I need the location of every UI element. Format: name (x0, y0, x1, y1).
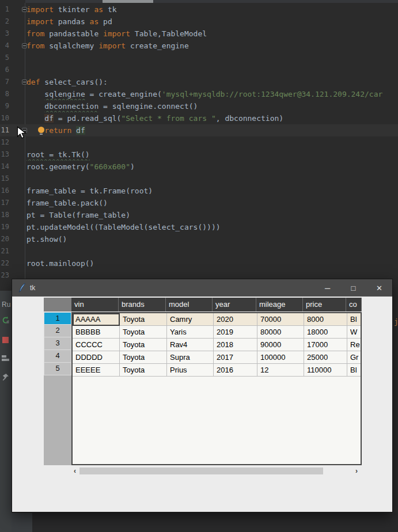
row-header-3[interactable]: 3 (44, 337, 71, 350)
line-number[interactable]: 8 (0, 88, 9, 100)
line-number[interactable]: 2 (0, 16, 9, 28)
code-line-3[interactable]: 3from pandastable import Table,TableMode… (0, 28, 398, 40)
pin-icon[interactable] (2, 373, 9, 383)
table-cell[interactable]: 25000 (304, 351, 347, 364)
code-line-6[interactable]: 6 (0, 64, 398, 76)
line-number[interactable]: 13 (0, 149, 9, 161)
table-cell[interactable]: 100000 (257, 351, 304, 364)
line-number[interactable]: 10 (0, 112, 9, 124)
code-line-21[interactable]: 21 (0, 245, 398, 257)
line-number[interactable]: 7 (0, 76, 9, 88)
line-number[interactable]: 12 (0, 136, 9, 149)
line-number[interactable]: 1 (0, 3, 9, 16)
table-cell[interactable]: Gr (347, 351, 362, 364)
table-cell[interactable]: 110000 (304, 364, 347, 377)
line-number[interactable]: 21 (0, 245, 9, 257)
table-cell[interactable]: 90000 (257, 339, 304, 351)
line-number[interactable]: 14 (0, 161, 9, 173)
column-header-vin[interactable]: vin (71, 298, 119, 311)
column-header-mileage[interactable]: mileage (256, 298, 303, 311)
table-corner-cell[interactable] (44, 298, 71, 311)
code-line-5[interactable]: 5 (0, 52, 398, 64)
code-line-20[interactable]: 20pt.show() (0, 233, 398, 245)
code-line-7[interactable]: 7def select_cars(): (0, 76, 398, 88)
table-cell[interactable]: 8000 (304, 313, 347, 326)
code-line-9[interactable]: 9 dbconnection = sqlengine.connect() (0, 100, 398, 112)
table-cell[interactable]: Camry (167, 313, 214, 326)
line-number[interactable]: 11 (0, 124, 9, 136)
code-line-16[interactable]: 16frame_table = tk.Frame(root) (0, 185, 398, 197)
code-line-17[interactable]: 17frame_table.pack() (0, 197, 398, 209)
table-cell[interactable]: Re (347, 339, 362, 351)
intention-bulb-icon[interactable] (38, 127, 44, 133)
line-number[interactable]: 17 (0, 197, 9, 209)
table-cell[interactable]: 2020 (214, 313, 257, 326)
minimize-button[interactable]: ─ (314, 279, 340, 297)
row-header-2[interactable]: 2 (44, 325, 71, 337)
table-cell[interactable]: BBBBB (73, 326, 120, 339)
table-cell[interactable]: CCCCC (73, 339, 120, 351)
editor-scrollbar-thumb[interactable] (103, 0, 153, 3)
code-line-14[interactable]: 14root.geometry("660x600") (0, 161, 398, 173)
line-number[interactable]: 3 (0, 28, 9, 40)
editor-horizontal-scrollbar[interactable] (25, 0, 398, 3)
column-header-co[interactable]: co (346, 298, 362, 311)
scroll-left-arrow-icon[interactable]: ‹ (71, 467, 78, 475)
line-number[interactable]: 6 (0, 64, 9, 76)
line-number[interactable]: 18 (0, 209, 9, 221)
fold-marker-icon[interactable] (22, 43, 27, 48)
line-number[interactable]: 22 (0, 257, 9, 269)
scroll-right-arrow-icon[interactable]: › (353, 467, 360, 475)
code-line-15[interactable]: 15 (0, 173, 398, 185)
stop-icon[interactable] (2, 337, 9, 343)
line-number[interactable]: 4 (0, 40, 9, 52)
table-cell[interactable]: Toyota (120, 339, 167, 351)
table-cell[interactable]: 2018 (214, 339, 257, 351)
layout-icon[interactable] (2, 355, 9, 361)
code-line-8[interactable]: 8 sqlengine = create_engine('mysql+mysql… (0, 88, 398, 100)
table-cell[interactable]: Yaris (167, 326, 214, 339)
line-number[interactable]: 9 (0, 100, 9, 112)
table-cell[interactable]: Supra (167, 351, 214, 364)
table-cell[interactable]: Bl (347, 313, 362, 326)
table-cell[interactable]: EEEEE (73, 364, 120, 377)
line-number[interactable]: 20 (0, 233, 9, 245)
row-header-5[interactable]: 5 (44, 363, 71, 375)
table-cell[interactable]: 2017 (214, 351, 257, 364)
table-cell[interactable]: DDDDD (73, 351, 120, 364)
line-number[interactable]: 15 (0, 173, 9, 185)
row-header-1[interactable]: 1 (44, 312, 71, 325)
table-cell[interactable]: Bl (347, 364, 362, 377)
fold-marker-icon[interactable] (22, 7, 27, 12)
line-number[interactable]: 5 (0, 52, 9, 64)
table-cell[interactable]: 18000 (304, 326, 347, 339)
code-line-22[interactable]: 22root.mainloop() (0, 257, 398, 269)
table-cell[interactable]: Prius (167, 364, 214, 377)
table-cell[interactable]: 12 (257, 364, 304, 377)
line-number[interactable]: 16 (0, 185, 9, 197)
rerun-icon[interactable] (2, 316, 10, 326)
scrollbar-thumb[interactable] (79, 468, 323, 474)
code-line-12[interactable]: 12 (0, 136, 398, 149)
code-line-18[interactable]: 18pt = Table(frame_table) (0, 209, 398, 221)
window-titlebar[interactable]: tk ─ □ ✕ (12, 279, 392, 297)
table-cell[interactable]: W (347, 326, 362, 339)
maximize-button[interactable]: □ (340, 279, 366, 297)
table-cell[interactable]: 2019 (214, 326, 257, 339)
row-header-4[interactable]: 4 (44, 350, 71, 363)
code-editor[interactable]: 1import tkinter as tk2import pandas as p… (0, 0, 398, 291)
code-line-19[interactable]: 19pt.updateModel((TableModel(select_cars… (0, 221, 398, 233)
code-line-11[interactable]: 11 return df (0, 124, 398, 136)
table-horizontal-scrollbar[interactable]: ‹ › (71, 467, 362, 475)
column-header-model[interactable]: model (166, 298, 213, 311)
table-cell[interactable]: Rav4 (167, 339, 214, 351)
line-number[interactable]: 23 (0, 269, 9, 282)
code-line-13[interactable]: 13root = tk.Tk() (0, 149, 398, 161)
code-line-1[interactable]: 1import tkinter as tk (0, 3, 398, 16)
code-line-10[interactable]: 10 df = pd.read_sql("Select * from cars … (0, 112, 398, 124)
table-cell[interactable]: 2016 (214, 364, 257, 377)
fold-marker-icon[interactable] (22, 79, 27, 85)
table-cell[interactable]: AAAAA (73, 313, 120, 326)
code-line-4[interactable]: 4from sqlalchemy import create_engine (0, 40, 398, 52)
table-cell[interactable]: Toyota (120, 313, 167, 326)
